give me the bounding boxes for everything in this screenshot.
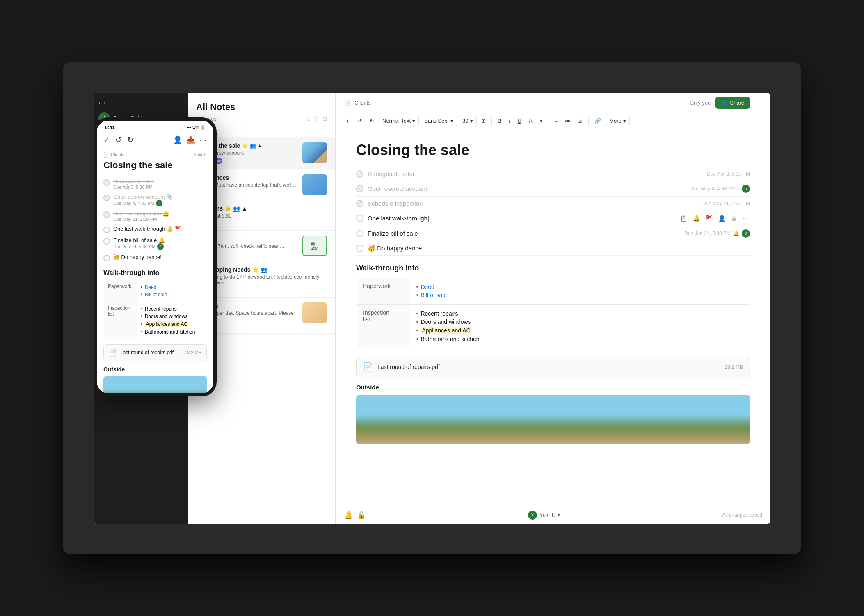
task-item-left: ✓ Renegotiate offer: [356, 170, 415, 178]
editor-topbar-left: 📄 Clients: [344, 100, 371, 106]
nav-back-icon[interactable]: ‹: [98, 99, 101, 106]
more-menu-icon[interactable]: ⋯: [755, 98, 762, 107]
phone-toolbar-right: 👤 📤 ⋯: [173, 135, 207, 144]
phone-deed-link[interactable]: Deed: [145, 284, 157, 290]
numbered-list-btn[interactable]: ≔: [562, 116, 573, 126]
phone-task-check-open[interactable]: [103, 227, 110, 233]
format-label: Normal Text: [382, 118, 411, 124]
footer-saved: All changes saved: [722, 512, 762, 518]
phone-overlay: 9:41 ▪▪▪ wifi 🔋 ✓ ↺ ↻ 👤 📤 ⋯: [94, 117, 217, 396]
font-label: Sans Serif: [424, 118, 449, 124]
phone-undo-icon[interactable]: ↺: [115, 135, 121, 144]
phone-bill-of-sale-link[interactable]: Bill of sale: [145, 292, 167, 298]
task-add-icon[interactable]: 📋: [679, 214, 689, 222]
font-dropdown[interactable]: Sans Serif ▾: [421, 116, 457, 126]
task-flag-icon[interactable]: 🚩: [704, 214, 714, 222]
footer-user[interactable]: Y Yuki T. ▾: [528, 511, 560, 520]
note-thumb: [302, 174, 327, 195]
underline-btn[interactable]: U: [515, 116, 524, 126]
inspection-label: Inspectionlist: [363, 309, 389, 323]
phone-task-text-inspection: Schedule inspection 🔔: [113, 211, 207, 217]
phone-task-check-done[interactable]: ✓: [103, 195, 110, 201]
size-dropdown[interactable]: 30 ▾: [459, 116, 476, 126]
check-mark: ✓: [105, 213, 108, 217]
phone-redo-icon[interactable]: ↻: [127, 135, 133, 144]
phone-task-avatar: J: [156, 200, 162, 206]
more-dropdown[interactable]: More ▾: [606, 116, 630, 126]
redo-btn[interactable]: ↻: [367, 116, 377, 126]
check-mark: ✓: [105, 181, 108, 185]
phone-pdf-attachment[interactable]: 📄 Last round of repairs.pdf 13.2 MB: [103, 344, 207, 361]
task-delete-icon[interactable]: 🗑: [729, 214, 738, 222]
highlight-btn[interactable]: ▾: [537, 116, 546, 126]
task-checkbox-done[interactable]: ✓: [356, 185, 363, 192]
share-icon: 👤: [721, 100, 728, 106]
notes-panel-title: All Notes: [196, 102, 327, 112]
share-button[interactable]: 👤 Share: [715, 97, 750, 109]
phone-task-check-done[interactable]: ✓: [103, 211, 110, 218]
phone-user-icon[interactable]: 👤: [173, 135, 182, 144]
filter-icon[interactable]: ▽: [314, 116, 318, 122]
footer-user-caret-icon: ▾: [558, 512, 560, 518]
phone-task-dance: 🥳 Do happy dance!: [103, 252, 207, 263]
task-text-dance: 🥳 Do happy dance!: [368, 245, 424, 252]
phone-task-check-done[interactable]: ✓: [103, 179, 110, 186]
bold-btn[interactable]: B: [495, 116, 504, 126]
link-btn[interactable]: 🔗: [592, 116, 604, 126]
task-checkbox-open[interactable]: [356, 215, 363, 222]
laptop-frame: ‹ › J Jamie Gold ▾ 🔍 Search ＋ New ▾: [63, 62, 801, 554]
bell-footer-icon[interactable]: 🔔: [344, 511, 353, 520]
footer-avatar: Y: [528, 511, 537, 520]
phone-inspection-list: Recent repairs Doors and windows Applian…: [141, 305, 203, 336]
inspection-repairs: Recent repairs: [416, 309, 743, 318]
task-item-left: 🥳 Do happy dance!: [356, 245, 424, 252]
undo-btn[interactable]: ↺: [355, 116, 365, 126]
phone-share-icon[interactable]: 📤: [186, 135, 195, 144]
italic-btn[interactable]: I: [506, 116, 513, 126]
phone-outside-image: [103, 376, 207, 393]
sort-icon[interactable]: ⇅: [306, 116, 310, 122]
check-mark: ✓: [105, 196, 108, 200]
phone-task-check-open[interactable]: [103, 238, 110, 245]
add-block-btn[interactable]: ＋: [342, 116, 353, 126]
phone-more-icon[interactable]: ⋯: [199, 135, 207, 144]
task-item-left: ✓ Schedule inspection: [356, 200, 423, 207]
task-checkbox-done[interactable]: ✓: [356, 200, 363, 207]
task-more-icon[interactable]: ⋯: [741, 214, 750, 222]
walkthrough-items-paperwork: Deed Bill of sale: [410, 277, 750, 304]
task-checkbox-open[interactable]: [356, 230, 363, 237]
phone-task-meta: Due Jun 24, 5:30 PM J: [113, 243, 207, 250]
lock-footer-icon[interactable]: 🔒: [357, 511, 366, 520]
task-item-inspection: ✓ Schedule inspection Due May 21, 2:30 P…: [356, 197, 750, 211]
bill-of-sale-link[interactable]: Bill of sale: [421, 292, 447, 298]
walkthrough-label-paperwork: Paperwork: [357, 277, 410, 304]
phone-check-icon[interactable]: ✓: [103, 135, 110, 144]
phone-task-text-renegotiate: Renegotiate offer: [113, 179, 207, 185]
phone-task-renegotiate: ✓ Renegotiate offer Due Apr 3, 5:30 PM: [103, 176, 207, 192]
phone-task-check-open[interactable]: [103, 255, 110, 261]
checklist-btn[interactable]: ☑: [575, 116, 585, 126]
phone-task-escrow: ✓ Open escrow account 📎 Due May 4, 4:30 …: [103, 192, 207, 208]
task-checkbox-open[interactable]: [356, 245, 363, 252]
editor-footer: 🔔 🔒 Y Yuki T. ▾ All changes saved: [336, 506, 770, 524]
task-bell-icon[interactable]: 🔔: [691, 214, 702, 222]
text-color-btn[interactable]: A: [526, 116, 535, 126]
color-picker-btn[interactable]: ⊕: [478, 116, 489, 126]
task-item-escrow: ✓ Open escrow account Due May 4, 4:30 PM…: [356, 181, 750, 197]
phone-task-meta: Due May 21, 2:30 PM: [113, 217, 207, 222]
walkthrough-label-inspection: Inspectionlist: [357, 304, 410, 348]
bullet-list-btn[interactable]: ≡: [552, 116, 561, 126]
format-caret-icon: ▾: [412, 118, 415, 124]
nav-forward-icon[interactable]: ›: [104, 99, 106, 106]
deed-link[interactable]: Deed: [421, 284, 434, 290]
notes-meta-icons: ⇅ ▽ ⊞: [306, 116, 327, 122]
task-checkbox-done[interactable]: ✓: [356, 170, 363, 178]
view-icon[interactable]: ⊞: [322, 116, 327, 122]
font-caret-icon: ▾: [450, 118, 453, 124]
task-user-icon[interactable]: 👤: [717, 214, 727, 222]
note-thumb: [302, 302, 327, 323]
phone-status-icons: ▪▪▪ wifi 🔋: [187, 125, 205, 130]
pdf-name: Last round of repairs.pdf: [377, 364, 440, 370]
pdf-attachment[interactable]: 📄 Last round of repairs.pdf 13.2 MB: [356, 357, 750, 377]
format-dropdown[interactable]: Normal Text ▾: [379, 116, 419, 126]
